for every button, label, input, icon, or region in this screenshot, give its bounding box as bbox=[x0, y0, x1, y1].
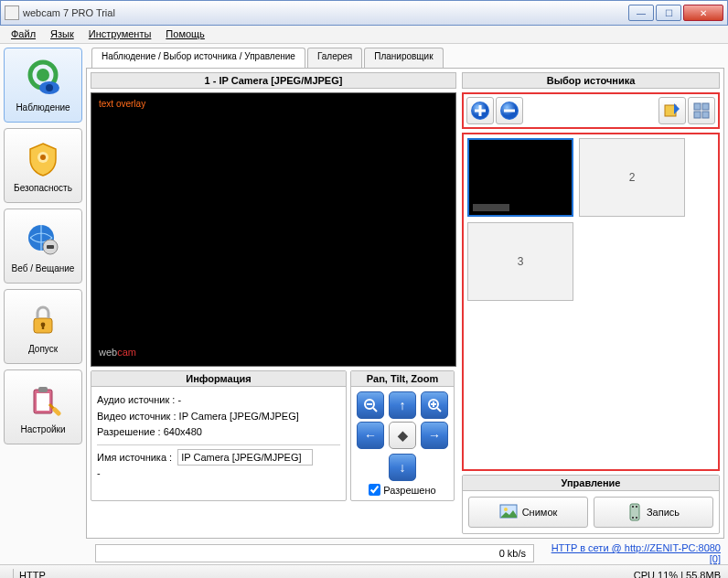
sidebar-web[interactable]: Веб / Вещание bbox=[4, 209, 82, 284]
resolution-label: Разрешение : bbox=[97, 426, 161, 437]
svg-point-3 bbox=[46, 84, 53, 91]
svg-rect-13 bbox=[37, 393, 49, 411]
source-name-input[interactable] bbox=[177, 449, 313, 466]
watermark: webcam bbox=[99, 345, 136, 359]
menu-tools[interactable]: Инструменты bbox=[81, 26, 159, 43]
sidebar: Наблюдение Безопасность Веб / Вещание До… bbox=[4, 48, 82, 539]
source-header: Выбор источника bbox=[462, 72, 720, 89]
svg-rect-30 bbox=[694, 103, 701, 110]
photo-icon bbox=[499, 504, 518, 520]
sidebar-label: Допуск bbox=[28, 344, 58, 354]
source-slot-1[interactable] bbox=[467, 138, 573, 217]
preview-column: 1 - IP Camera [JPEG/MJPEG] text overlay … bbox=[91, 72, 456, 534]
sidebar-security[interactable]: Безопасность bbox=[4, 128, 82, 203]
source-slot-2[interactable]: 2 bbox=[579, 138, 685, 217]
svg-point-35 bbox=[504, 508, 508, 511]
source-column: Выбор источника 2 3 Управление bbox=[462, 72, 720, 534]
management-group: Управление Снимок Запись bbox=[462, 475, 720, 534]
title-bar: webcam 7 PRO Trial — ☐ ✕ bbox=[0, 0, 728, 26]
source-options-button[interactable] bbox=[658, 97, 686, 124]
svg-rect-40 bbox=[636, 517, 637, 519]
audio-label: Аудио источник : bbox=[97, 394, 175, 405]
ptz-up-button[interactable]: ↑ bbox=[389, 391, 416, 419]
zoom-in-button[interactable] bbox=[421, 391, 448, 419]
svg-rect-33 bbox=[702, 112, 709, 118]
maximize-button[interactable]: ☐ bbox=[656, 5, 681, 21]
svg-point-5 bbox=[40, 155, 46, 160]
status-cpu: CPU 11% | 55,8MB bbox=[634, 570, 721, 579]
ptz-enabled-checkbox[interactable] bbox=[369, 484, 380, 496]
bandwidth-meter: 0 kb/s bbox=[95, 544, 534, 562]
menu-language[interactable]: Язык bbox=[43, 26, 81, 43]
svg-rect-31 bbox=[702, 103, 709, 110]
source-grid: 2 3 bbox=[462, 133, 720, 471]
add-source-button[interactable] bbox=[466, 97, 494, 124]
video-value: IP Camera [JPEG/MJPEG] bbox=[179, 411, 299, 422]
svg-rect-37 bbox=[632, 506, 634, 508]
svg-line-16 bbox=[373, 408, 377, 412]
lock-icon bbox=[23, 300, 63, 340]
sidebar-settings[interactable]: Настройки bbox=[4, 369, 82, 444]
name-label: Имя источника : bbox=[97, 452, 172, 463]
info-ptz-row: Информация Аудио источник : - Видео исто… bbox=[91, 370, 456, 501]
snapshot-label: Снимок bbox=[522, 507, 558, 518]
ptz-right-button[interactable]: → bbox=[421, 422, 448, 449]
snapshot-button[interactable]: Снимок bbox=[468, 497, 588, 528]
tab-bar: Наблюдение / Выбор источника / Управлени… bbox=[86, 48, 724, 68]
ptz-left-button[interactable]: ← bbox=[357, 422, 384, 449]
status-bar: HTTP CPU 11% | 55,8MB bbox=[0, 564, 728, 578]
ptz-enabled-label: Разрешено bbox=[383, 485, 435, 496]
server-link[interactable]: HTTP в сети @ http://ZENIT-PC:8080 [0] bbox=[541, 542, 721, 564]
close-button[interactable]: ✕ bbox=[683, 5, 723, 21]
clipboard-icon bbox=[23, 380, 63, 421]
video-preview[interactable]: text overlay webcam bbox=[91, 92, 456, 367]
main-content: Наблюдение Безопасность Веб / Вещание До… bbox=[0, 44, 728, 542]
svg-rect-28 bbox=[504, 110, 515, 112]
record-button[interactable]: Запись bbox=[594, 497, 713, 528]
resolution-value: 640x480 bbox=[164, 426, 202, 437]
svg-rect-38 bbox=[636, 506, 637, 508]
grid-view-button[interactable] bbox=[688, 97, 715, 124]
sidebar-access[interactable]: Допуск bbox=[4, 289, 82, 364]
sidebar-monitor[interactable]: Наблюдение bbox=[4, 48, 82, 123]
svg-rect-8 bbox=[47, 245, 54, 249]
sidebar-label: Настройки bbox=[20, 424, 65, 434]
film-icon bbox=[627, 503, 642, 521]
bandwidth-value: 0 kb/s bbox=[499, 548, 526, 559]
ptz-enabled-row: Разрешено bbox=[351, 484, 454, 500]
status-protocol: HTTP bbox=[19, 570, 46, 579]
window-title: webcam 7 PRO Trial bbox=[23, 7, 626, 18]
sidebar-label: Веб / Вещание bbox=[12, 263, 75, 273]
ptz-header: Pan, Tilt, Zoom bbox=[351, 371, 454, 387]
svg-rect-11 bbox=[42, 325, 44, 329]
main-area: Наблюдение / Выбор источника / Управлени… bbox=[86, 48, 724, 539]
record-label: Запись bbox=[647, 507, 680, 518]
svg-line-19 bbox=[437, 408, 441, 412]
info-body: Аудио источник : - Видео источник : IP C… bbox=[91, 387, 346, 487]
source-slot-3[interactable]: 3 bbox=[467, 222, 573, 301]
audio-value: - bbox=[177, 394, 181, 405]
svg-rect-39 bbox=[632, 517, 634, 519]
svg-point-1 bbox=[37, 69, 49, 81]
info-dash: - bbox=[97, 466, 340, 482]
tab-scheduler[interactable]: Планировщик bbox=[364, 48, 443, 68]
video-label: Видео источник : bbox=[97, 411, 177, 422]
source-toolbar bbox=[462, 92, 720, 129]
monitor-icon bbox=[23, 59, 63, 99]
tab-gallery[interactable]: Галерея bbox=[307, 48, 362, 68]
ptz-home-button[interactable]: ◆ bbox=[389, 422, 416, 449]
svg-rect-14 bbox=[38, 387, 48, 392]
tab-panel: 1 - IP Camera [JPEG/MJPEG] text overlay … bbox=[86, 68, 724, 539]
svg-rect-36 bbox=[630, 504, 639, 520]
zoom-out-button[interactable] bbox=[357, 391, 384, 419]
sidebar-label: Наблюдение bbox=[16, 102, 70, 112]
menu-bar: Файл Язык Инструменты Помощь bbox=[0, 26, 728, 44]
menu-help[interactable]: Помощь bbox=[158, 26, 212, 43]
minimize-button[interactable]: — bbox=[628, 5, 654, 21]
ptz-down-button[interactable]: ↓ bbox=[389, 454, 416, 481]
remove-source-button[interactable] bbox=[496, 97, 523, 124]
tab-monitor[interactable]: Наблюдение / Выбор источника / Управлени… bbox=[91, 48, 305, 68]
menu-file[interactable]: Файл bbox=[4, 26, 43, 43]
bandwidth-row: 0 kb/s HTTP в сети @ http://ZENIT-PC:808… bbox=[0, 542, 728, 564]
sidebar-label: Безопасность bbox=[14, 183, 72, 193]
